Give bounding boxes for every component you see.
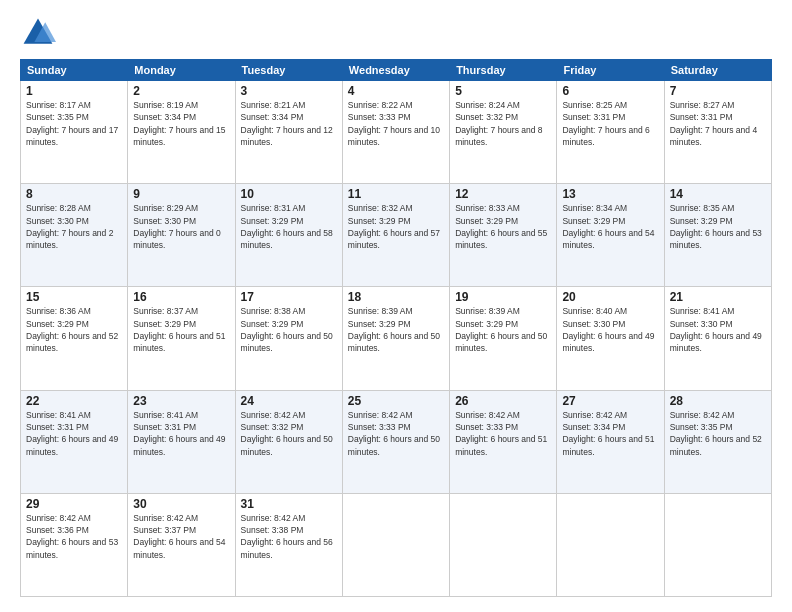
calendar-day-cell: 13 Sunrise: 8:34 AM Sunset: 3:29 PM Dayl…: [557, 184, 664, 287]
weekday-header: SundayMondayTuesdayWednesdayThursdayFrid…: [21, 60, 772, 81]
calendar-day-cell: 22 Sunrise: 8:41 AM Sunset: 3:31 PM Dayl…: [21, 390, 128, 493]
calendar-day-cell: 29 Sunrise: 8:42 AM Sunset: 3:36 PM Dayl…: [21, 493, 128, 596]
day-info: Sunrise: 8:39 AM Sunset: 3:29 PM Dayligh…: [455, 305, 551, 354]
day-info: Sunrise: 8:25 AM Sunset: 3:31 PM Dayligh…: [562, 99, 658, 148]
day-number: 19: [455, 290, 551, 304]
calendar-day-cell: 23 Sunrise: 8:41 AM Sunset: 3:31 PM Dayl…: [128, 390, 235, 493]
calendar-day-cell: 2 Sunrise: 8:19 AM Sunset: 3:34 PM Dayli…: [128, 81, 235, 184]
day-number: 16: [133, 290, 229, 304]
weekday-header-cell: Friday: [557, 60, 664, 81]
day-info: Sunrise: 8:42 AM Sunset: 3:34 PM Dayligh…: [562, 409, 658, 458]
calendar-day-cell: 17 Sunrise: 8:38 AM Sunset: 3:29 PM Dayl…: [235, 287, 342, 390]
day-number: 17: [241, 290, 337, 304]
day-info: Sunrise: 8:36 AM Sunset: 3:29 PM Dayligh…: [26, 305, 122, 354]
calendar-day-cell: 1 Sunrise: 8:17 AM Sunset: 3:35 PM Dayli…: [21, 81, 128, 184]
day-info: Sunrise: 8:37 AM Sunset: 3:29 PM Dayligh…: [133, 305, 229, 354]
day-info: Sunrise: 8:39 AM Sunset: 3:29 PM Dayligh…: [348, 305, 444, 354]
weekday-header-cell: Monday: [128, 60, 235, 81]
day-info: Sunrise: 8:28 AM Sunset: 3:30 PM Dayligh…: [26, 202, 122, 251]
calendar-day-cell: 6 Sunrise: 8:25 AM Sunset: 3:31 PM Dayli…: [557, 81, 664, 184]
day-info: Sunrise: 8:42 AM Sunset: 3:33 PM Dayligh…: [455, 409, 551, 458]
calendar-day-cell: 11 Sunrise: 8:32 AM Sunset: 3:29 PM Dayl…: [342, 184, 449, 287]
calendar-day-cell: [450, 493, 557, 596]
weekday-header-cell: Wednesday: [342, 60, 449, 81]
day-number: 13: [562, 187, 658, 201]
calendar-day-cell: 24 Sunrise: 8:42 AM Sunset: 3:32 PM Dayl…: [235, 390, 342, 493]
day-number: 8: [26, 187, 122, 201]
day-info: Sunrise: 8:32 AM Sunset: 3:29 PM Dayligh…: [348, 202, 444, 251]
calendar-day-cell: 21 Sunrise: 8:41 AM Sunset: 3:30 PM Dayl…: [664, 287, 771, 390]
day-info: Sunrise: 8:35 AM Sunset: 3:29 PM Dayligh…: [670, 202, 766, 251]
day-info: Sunrise: 8:42 AM Sunset: 3:36 PM Dayligh…: [26, 512, 122, 561]
weekday-header-cell: Saturday: [664, 60, 771, 81]
day-number: 7: [670, 84, 766, 98]
day-number: 31: [241, 497, 337, 511]
calendar-day-cell: 30 Sunrise: 8:42 AM Sunset: 3:37 PM Dayl…: [128, 493, 235, 596]
calendar-day-cell: 8 Sunrise: 8:28 AM Sunset: 3:30 PM Dayli…: [21, 184, 128, 287]
day-info: Sunrise: 8:38 AM Sunset: 3:29 PM Dayligh…: [241, 305, 337, 354]
day-number: 10: [241, 187, 337, 201]
day-number: 29: [26, 497, 122, 511]
day-info: Sunrise: 8:41 AM Sunset: 3:31 PM Dayligh…: [26, 409, 122, 458]
page: SundayMondayTuesdayWednesdayThursdayFrid…: [0, 0, 792, 612]
day-info: Sunrise: 8:42 AM Sunset: 3:38 PM Dayligh…: [241, 512, 337, 561]
day-info: Sunrise: 8:42 AM Sunset: 3:35 PM Dayligh…: [670, 409, 766, 458]
calendar-week-row: 29 Sunrise: 8:42 AM Sunset: 3:36 PM Dayl…: [21, 493, 772, 596]
day-number: 11: [348, 187, 444, 201]
calendar-day-cell: 12 Sunrise: 8:33 AM Sunset: 3:29 PM Dayl…: [450, 184, 557, 287]
calendar-body: 1 Sunrise: 8:17 AM Sunset: 3:35 PM Dayli…: [21, 81, 772, 597]
day-number: 30: [133, 497, 229, 511]
calendar-week-row: 8 Sunrise: 8:28 AM Sunset: 3:30 PM Dayli…: [21, 184, 772, 287]
day-number: 5: [455, 84, 551, 98]
calendar-week-row: 1 Sunrise: 8:17 AM Sunset: 3:35 PM Dayli…: [21, 81, 772, 184]
calendar-day-cell: 3 Sunrise: 8:21 AM Sunset: 3:34 PM Dayli…: [235, 81, 342, 184]
day-number: 21: [670, 290, 766, 304]
day-number: 18: [348, 290, 444, 304]
weekday-header-cell: Tuesday: [235, 60, 342, 81]
calendar-day-cell: 19 Sunrise: 8:39 AM Sunset: 3:29 PM Dayl…: [450, 287, 557, 390]
day-number: 9: [133, 187, 229, 201]
day-number: 12: [455, 187, 551, 201]
day-info: Sunrise: 8:24 AM Sunset: 3:32 PM Dayligh…: [455, 99, 551, 148]
logo-icon: [20, 15, 56, 51]
day-info: Sunrise: 8:40 AM Sunset: 3:30 PM Dayligh…: [562, 305, 658, 354]
day-number: 20: [562, 290, 658, 304]
day-info: Sunrise: 8:42 AM Sunset: 3:33 PM Dayligh…: [348, 409, 444, 458]
day-info: Sunrise: 8:41 AM Sunset: 3:30 PM Dayligh…: [670, 305, 766, 354]
calendar-day-cell: 18 Sunrise: 8:39 AM Sunset: 3:29 PM Dayl…: [342, 287, 449, 390]
day-info: Sunrise: 8:27 AM Sunset: 3:31 PM Dayligh…: [670, 99, 766, 148]
header: [20, 15, 772, 51]
calendar-day-cell: 20 Sunrise: 8:40 AM Sunset: 3:30 PM Dayl…: [557, 287, 664, 390]
day-number: 22: [26, 394, 122, 408]
day-number: 24: [241, 394, 337, 408]
calendar-day-cell: [342, 493, 449, 596]
calendar-day-cell: 7 Sunrise: 8:27 AM Sunset: 3:31 PM Dayli…: [664, 81, 771, 184]
calendar-day-cell: 26 Sunrise: 8:42 AM Sunset: 3:33 PM Dayl…: [450, 390, 557, 493]
calendar-day-cell: 15 Sunrise: 8:36 AM Sunset: 3:29 PM Dayl…: [21, 287, 128, 390]
day-info: Sunrise: 8:19 AM Sunset: 3:34 PM Dayligh…: [133, 99, 229, 148]
day-number: 26: [455, 394, 551, 408]
day-number: 14: [670, 187, 766, 201]
day-info: Sunrise: 8:33 AM Sunset: 3:29 PM Dayligh…: [455, 202, 551, 251]
day-number: 4: [348, 84, 444, 98]
day-number: 25: [348, 394, 444, 408]
day-number: 3: [241, 84, 337, 98]
logo: [20, 15, 62, 51]
day-number: 27: [562, 394, 658, 408]
day-info: Sunrise: 8:21 AM Sunset: 3:34 PM Dayligh…: [241, 99, 337, 148]
weekday-header-cell: Thursday: [450, 60, 557, 81]
calendar-day-cell: 10 Sunrise: 8:31 AM Sunset: 3:29 PM Dayl…: [235, 184, 342, 287]
calendar-day-cell: 4 Sunrise: 8:22 AM Sunset: 3:33 PM Dayli…: [342, 81, 449, 184]
calendar-day-cell: 28 Sunrise: 8:42 AM Sunset: 3:35 PM Dayl…: [664, 390, 771, 493]
day-info: Sunrise: 8:42 AM Sunset: 3:37 PM Dayligh…: [133, 512, 229, 561]
day-number: 2: [133, 84, 229, 98]
calendar-day-cell: 27 Sunrise: 8:42 AM Sunset: 3:34 PM Dayl…: [557, 390, 664, 493]
calendar-week-row: 15 Sunrise: 8:36 AM Sunset: 3:29 PM Dayl…: [21, 287, 772, 390]
day-info: Sunrise: 8:22 AM Sunset: 3:33 PM Dayligh…: [348, 99, 444, 148]
calendar-day-cell: 31 Sunrise: 8:42 AM Sunset: 3:38 PM Dayl…: [235, 493, 342, 596]
calendar-day-cell: [664, 493, 771, 596]
day-info: Sunrise: 8:42 AM Sunset: 3:32 PM Dayligh…: [241, 409, 337, 458]
day-number: 15: [26, 290, 122, 304]
calendar-week-row: 22 Sunrise: 8:41 AM Sunset: 3:31 PM Dayl…: [21, 390, 772, 493]
day-info: Sunrise: 8:34 AM Sunset: 3:29 PM Dayligh…: [562, 202, 658, 251]
